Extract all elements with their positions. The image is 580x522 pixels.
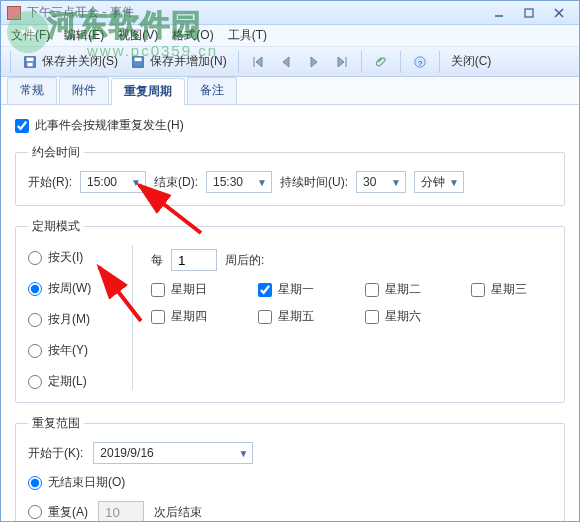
every-n-input[interactable] bbox=[171, 249, 217, 271]
tab-attachments[interactable]: 附件 bbox=[59, 77, 109, 104]
menu-format[interactable]: 格式(O) bbox=[172, 27, 213, 44]
nav-prev-button[interactable] bbox=[274, 52, 298, 72]
help-button[interactable]: ? bbox=[408, 52, 432, 72]
day-wed[interactable]: 星期三 bbox=[471, 281, 552, 298]
radio-repeat[interactable] bbox=[28, 505, 42, 519]
recur-enable-checkbox[interactable] bbox=[15, 119, 29, 133]
nav-next-button[interactable] bbox=[302, 52, 326, 72]
repeat-count-input bbox=[98, 501, 144, 521]
checkbox-sun[interactable] bbox=[151, 283, 165, 297]
radio-fixed[interactable] bbox=[28, 375, 42, 389]
appointment-time-legend: 约会时间 bbox=[28, 144, 84, 161]
day-tue[interactable]: 星期二 bbox=[365, 281, 446, 298]
end-time-select[interactable]: 15:30▼ bbox=[206, 171, 272, 193]
nav-last-button[interactable] bbox=[330, 52, 354, 72]
radio-weekly[interactable] bbox=[28, 282, 42, 296]
svg-text:?: ? bbox=[417, 58, 422, 67]
app-window: 下午三点开会 - 事件 文件(F) 编辑(E) 视图(V) 格式(O) 工具(T… bbox=[0, 0, 580, 522]
range-group: 重复范围 开始于(K): 2019/9/16▼ 无结束日期(O) 重复(A) 次… bbox=[15, 415, 565, 521]
save-close-label: 保存并关闭(S) bbox=[42, 53, 118, 70]
chevron-down-icon: ▼ bbox=[449, 177, 459, 188]
range-noend[interactable]: 无结束日期(O) bbox=[28, 474, 125, 491]
recur-enable-text: 此事件会按规律重复发生(H) bbox=[35, 117, 184, 134]
tab-bar: 常规 附件 重复周期 备注 bbox=[1, 77, 579, 105]
range-repeat[interactable]: 重复(A) bbox=[28, 504, 88, 521]
svg-rect-1 bbox=[525, 9, 533, 17]
pattern-monthly[interactable]: 按月(M) bbox=[28, 311, 114, 328]
pattern-group: 定期模式 按天(I) 按周(W) 按月(M) 按年(Y) 定期(L) 每 周后的… bbox=[15, 218, 565, 403]
chevron-down-icon: ▼ bbox=[238, 448, 248, 459]
tab-notes[interactable]: 备注 bbox=[187, 77, 237, 104]
pattern-yearly[interactable]: 按年(Y) bbox=[28, 342, 114, 359]
start-time-select[interactable]: 15:00▼ bbox=[80, 171, 146, 193]
start-label: 开始(R): bbox=[28, 174, 72, 191]
checkbox-tue[interactable] bbox=[365, 283, 379, 297]
pattern-radio-col: 按天(I) 按周(W) 按月(M) 按年(Y) 定期(L) bbox=[28, 245, 114, 390]
last-icon bbox=[334, 54, 350, 70]
day-thu[interactable]: 星期四 bbox=[151, 308, 232, 325]
toolbar-sep bbox=[10, 51, 11, 73]
duration-unit-select[interactable]: 分钟▼ bbox=[414, 171, 464, 193]
save-add-button[interactable]: 保存并增加(N) bbox=[126, 51, 231, 72]
toolbar-sep2 bbox=[238, 51, 239, 73]
svg-rect-8 bbox=[135, 57, 142, 61]
pattern-divider bbox=[132, 245, 133, 390]
day-sat[interactable]: 星期六 bbox=[365, 308, 446, 325]
checkbox-sat[interactable] bbox=[365, 310, 379, 324]
attach-button[interactable] bbox=[369, 52, 393, 72]
chevron-down-icon: ▼ bbox=[131, 177, 141, 188]
close-event-button[interactable]: 关闭(C) bbox=[447, 51, 496, 72]
tab-general[interactable]: 常规 bbox=[7, 77, 57, 104]
menubar: 文件(F) 编辑(E) 视图(V) 格式(O) 工具(T) bbox=[1, 25, 579, 47]
radio-daily[interactable] bbox=[28, 251, 42, 265]
toolbar-sep5 bbox=[439, 51, 440, 73]
app-icon bbox=[7, 6, 21, 20]
help-icon: ? bbox=[412, 54, 428, 70]
pattern-fixed[interactable]: 定期(L) bbox=[28, 373, 114, 390]
nav-first-button[interactable] bbox=[246, 52, 270, 72]
tab-content: 此事件会按规律重复发生(H) 约会时间 开始(R): 15:00▼ 结束(D):… bbox=[1, 105, 579, 521]
menu-file[interactable]: 文件(F) bbox=[11, 27, 50, 44]
day-sun[interactable]: 星期日 bbox=[151, 281, 232, 298]
titlebar: 下午三点开会 - 事件 bbox=[1, 1, 579, 25]
svg-rect-6 bbox=[27, 62, 32, 66]
day-fri[interactable]: 星期五 bbox=[258, 308, 339, 325]
every-label: 每 bbox=[151, 252, 163, 269]
radio-noend[interactable] bbox=[28, 476, 42, 490]
save-close-button[interactable]: 保存并关闭(S) bbox=[18, 51, 122, 72]
checkbox-fri[interactable] bbox=[258, 310, 272, 324]
menu-edit[interactable]: 编辑(E) bbox=[64, 27, 104, 44]
recur-enable-label[interactable]: 此事件会按规律重复发生(H) bbox=[15, 117, 565, 134]
range-legend: 重复范围 bbox=[28, 415, 84, 432]
appointment-time-group: 约会时间 开始(R): 15:00▼ 结束(D): 15:30▼ 持续时间(U)… bbox=[15, 144, 565, 206]
weeks-of-label: 周后的: bbox=[225, 252, 264, 269]
toolbar: 保存并关闭(S) 保存并增加(N) ? 关闭(C) bbox=[1, 47, 579, 77]
range-start-date[interactable]: 2019/9/16▼ bbox=[93, 442, 253, 464]
range-start-label: 开始于(K): bbox=[28, 445, 83, 462]
duration-select[interactable]: 30▼ bbox=[356, 171, 406, 193]
first-icon bbox=[250, 54, 266, 70]
toolbar-sep4 bbox=[400, 51, 401, 73]
minimize-button[interactable] bbox=[485, 4, 513, 22]
prev-icon bbox=[278, 54, 294, 70]
close-button[interactable] bbox=[545, 4, 573, 22]
menu-view[interactable]: 视图(V) bbox=[118, 27, 158, 44]
maximize-button[interactable] bbox=[515, 4, 543, 22]
tab-recurrence[interactable]: 重复周期 bbox=[111, 78, 185, 105]
checkbox-mon[interactable] bbox=[258, 283, 272, 297]
next-icon bbox=[306, 54, 322, 70]
weekly-detail: 每 周后的: 星期日 星期一 星期二 星期三 星期四 星期五 星期六 bbox=[151, 245, 552, 390]
pattern-weekly[interactable]: 按周(W) bbox=[28, 280, 114, 297]
duration-label: 持续时间(U): bbox=[280, 174, 348, 191]
radio-yearly[interactable] bbox=[28, 344, 42, 358]
pattern-daily[interactable]: 按天(I) bbox=[28, 249, 114, 266]
paperclip-icon bbox=[373, 54, 389, 70]
chevron-down-icon: ▼ bbox=[257, 177, 267, 188]
checkbox-wed[interactable] bbox=[471, 283, 485, 297]
save-add-icon bbox=[130, 54, 146, 70]
radio-monthly[interactable] bbox=[28, 313, 42, 327]
chevron-down-icon: ▼ bbox=[391, 177, 401, 188]
day-mon[interactable]: 星期一 bbox=[258, 281, 339, 298]
checkbox-thu[interactable] bbox=[151, 310, 165, 324]
menu-tools[interactable]: 工具(T) bbox=[228, 27, 267, 44]
